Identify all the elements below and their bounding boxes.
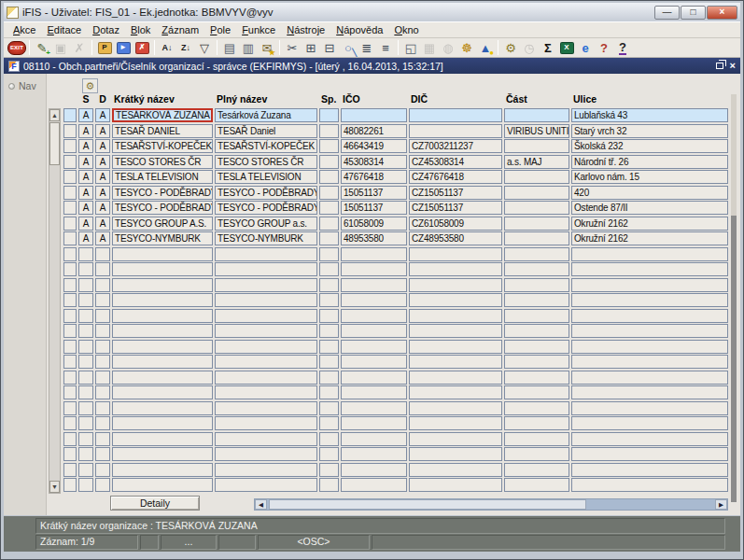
scroll-up-icon[interactable]: ▲	[49, 109, 60, 121]
cell-ulice[interactable]: Okružní 2162	[571, 217, 728, 231]
send-mail-button[interactable]: ✉★	[258, 39, 276, 57]
cell-sp[interactable]	[319, 108, 339, 122]
cell-sp[interactable]	[319, 186, 339, 200]
scroll-left-icon[interactable]: ◀	[255, 499, 267, 510]
hscroll-thumb[interactable]	[269, 499, 586, 510]
maximize-button[interactable]: □	[681, 6, 706, 20]
cell-ico[interactable]: 46643419	[341, 139, 407, 153]
cell-sp[interactable]	[319, 201, 339, 215]
cell-ico[interactable]	[341, 108, 407, 122]
cell-d[interactable]: A	[95, 170, 110, 184]
detaily-button[interactable]: Detaily	[110, 496, 200, 511]
cut-button[interactable]: ✂	[283, 39, 302, 57]
cell-d[interactable]: A	[95, 217, 110, 231]
excel-button[interactable]: X	[557, 39, 576, 57]
cell-short-name[interactable]: TESYCO - PODĚBRADY	[112, 186, 213, 200]
window-titlebar[interactable]: iFIS - Uživatel: FIS_01 - Ek.jednotka: B…	[4, 3, 740, 21]
cell-sp[interactable]	[319, 124, 339, 138]
row-selector[interactable]	[63, 170, 77, 184]
cell-full-name[interactable]: TESYCO - PODĚBRADY	[215, 186, 317, 200]
cell-d[interactable]: A	[95, 155, 110, 169]
menu-item-editace[interactable]: Editace	[42, 23, 88, 36]
scroll-down-icon[interactable]: ▼	[49, 481, 60, 493]
cell-short-name[interactable]: TESYCO GROUP A.S.	[112, 217, 213, 231]
cell-cast[interactable]	[504, 231, 569, 245]
cell-s[interactable]: A	[78, 124, 93, 138]
cell-s[interactable]: A	[78, 231, 93, 245]
insert-record-button[interactable]: ✎+	[33, 39, 51, 57]
canvas-vscroll-thumb[interactable]	[731, 94, 737, 216]
cancel-query-button[interactable]: ✗	[133, 39, 151, 57]
cell-sp[interactable]	[319, 231, 339, 245]
print-button[interactable]: ▤	[220, 39, 239, 57]
cell-cast[interactable]	[504, 170, 569, 184]
window-list-button[interactable]: ◱	[401, 39, 420, 57]
cell-dic[interactable]	[409, 124, 502, 138]
scroll-right-icon[interactable]: ▶	[715, 499, 727, 510]
cell-d[interactable]: A	[95, 139, 110, 153]
search-button[interactable]: ○╲	[339, 39, 358, 57]
cell-d[interactable]: A	[95, 201, 110, 215]
mdi-titlebar[interactable]: F 08110 - Obch.partneři/Číselník organiz…	[4, 58, 740, 74]
menu-item-napoveda[interactable]: Nápověda	[331, 23, 389, 36]
menu-item-nastroje[interactable]: Nástroje	[282, 23, 331, 36]
copy-button[interactable]: ⊞	[302, 39, 320, 57]
table-vertical-scrollbar[interactable]: ▲ ▼	[49, 108, 61, 494]
cell-dic[interactable]: CZ47676418	[409, 170, 502, 184]
execute-query-button[interactable]: ►	[114, 39, 133, 57]
cell-ico[interactable]: 48082261	[341, 124, 407, 138]
keys-button[interactable]: ⚙	[501, 39, 520, 57]
row-selector[interactable]	[63, 155, 77, 169]
browser-button[interactable]: e	[576, 39, 595, 57]
cell-full-name[interactable]: Tesárková Zuzana	[215, 108, 317, 122]
cell-sp[interactable]	[319, 170, 339, 184]
cell-dic[interactable]	[409, 108, 502, 122]
tree-view-button[interactable]: ≡	[376, 39, 395, 57]
cell-short-name[interactable]: TESYCO - PODĚBRADY	[112, 201, 213, 215]
cell-cast[interactable]: a.s. MAJ	[504, 155, 569, 169]
cell-s[interactable]: A	[78, 155, 93, 169]
cell-full-name[interactable]: TESYCO - PODĚBRADY	[215, 201, 317, 215]
help-button[interactable]: ?	[613, 39, 632, 57]
cell-ico[interactable]: 15051137	[341, 201, 407, 215]
cell-ico[interactable]: 48953580	[341, 231, 407, 245]
close-button[interactable]: ×	[707, 6, 737, 20]
menu-item-funkce[interactable]: Funkce	[237, 23, 282, 36]
sort-ascending-button[interactable]: A↓	[158, 39, 176, 57]
menu-item-pole[interactable]: Pole	[205, 23, 237, 36]
cell-ico[interactable]: 61058009	[341, 217, 407, 231]
enter-query-button[interactable]: P	[95, 39, 114, 57]
cell-ulice[interactable]: Starý vrch 32	[571, 124, 728, 138]
row-selector[interactable]	[63, 217, 77, 231]
table-horizontal-scrollbar[interactable]: ◀ ▶	[254, 498, 728, 511]
exit-button[interactable]: EXIT	[7, 39, 26, 57]
cell-sp[interactable]	[319, 155, 339, 169]
cell-short-name[interactable]: TESLA TELEVISION	[112, 170, 213, 184]
cell-short-name[interactable]: TESAŘSTVÍ-KOPEČEK MA	[112, 139, 213, 153]
cell-ico[interactable]: 15051137	[341, 186, 407, 200]
cell-cast[interactable]: VIRIBUS UNITIS LIGHT DE	[504, 124, 569, 138]
menu-item-dotaz[interactable]: Dotaz	[88, 23, 126, 36]
list-values-button[interactable]: ≣	[358, 39, 376, 57]
cell-s[interactable]: A	[78, 201, 93, 215]
cell-full-name[interactable]: TESAŘ Daniel	[215, 124, 317, 138]
cell-dic[interactable]: CZ15051137	[409, 201, 502, 215]
minimize-button[interactable]: —	[654, 6, 680, 20]
cell-ico[interactable]: 47676418	[341, 170, 407, 184]
filter-button[interactable]: ▽	[195, 39, 214, 57]
cell-full-name[interactable]: TESYCO-NYMBURK	[215, 231, 317, 245]
cell-full-name[interactable]: TESLA TELEVISION	[215, 170, 317, 184]
paste-button[interactable]: ⊟	[320, 39, 339, 57]
cell-full-name[interactable]: TESCO STORES ČR	[215, 155, 317, 169]
cell-short-name[interactable]: TESYCO-NYMBURK	[112, 231, 213, 245]
cell-cast[interactable]	[504, 201, 569, 215]
cell-d[interactable]: A	[95, 108, 110, 122]
cell-s[interactable]: A	[78, 108, 93, 122]
cell-cast[interactable]	[504, 139, 569, 153]
row-selector[interactable]	[63, 231, 77, 245]
cell-dic[interactable]: CZ15051137	[409, 186, 502, 200]
cell-ulice[interactable]: Lublaňská 43	[571, 108, 728, 122]
row-selector[interactable]	[63, 108, 77, 122]
cell-ulice[interactable]: Ostende 87/II	[571, 201, 728, 215]
cell-ulice[interactable]: Školská 232	[571, 139, 728, 153]
